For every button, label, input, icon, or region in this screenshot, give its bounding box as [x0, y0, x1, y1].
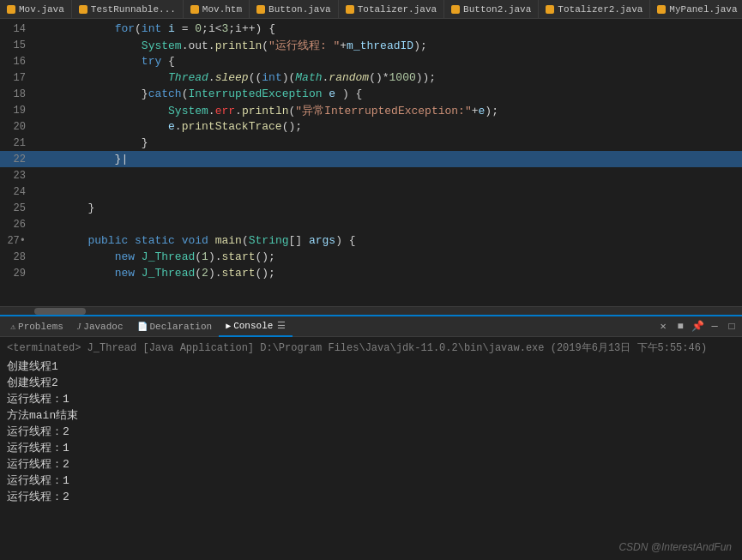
code-line-28: 28 new J_Thread(1).start();	[0, 249, 742, 265]
console-actions: ✕ ■ 📌 — □	[656, 320, 739, 334]
code-line-23: 23	[0, 167, 742, 184]
tab-icon-java5	[451, 5, 460, 14]
code-line-26: 26	[0, 216, 742, 232]
tab-icon-htm	[190, 5, 199, 14]
tab-console[interactable]: ▶ Console ☰	[219, 316, 293, 337]
code-line-24: 24	[0, 184, 742, 200]
console-header: <terminated> J_Thread [Java Application]…	[7, 340, 735, 355]
tab-javadoc[interactable]: J Javadoc	[70, 316, 130, 337]
horizontal-scrollbar[interactable]	[0, 306, 742, 315]
tab-bar: Mov.java TestRunnable... Mov.htm Button.…	[0, 0, 742, 19]
console-line-4: 方法main结束	[7, 407, 735, 424]
console-line-7: 运行线程：2	[7, 456, 735, 473]
tab-icon-java3	[256, 5, 265, 14]
tab-mov-htm[interactable]: Mov.htm	[184, 0, 250, 19]
stop-button[interactable]: ■	[673, 320, 687, 334]
tab-totalizer2[interactable]: Totalizer2.java	[539, 0, 650, 19]
declaration-icon: 📄	[137, 322, 148, 332]
editor-container: Mov.java TestRunnable... Mov.htm Button.…	[0, 0, 742, 560]
tab-totalizer[interactable]: Totalizer.java	[339, 0, 444, 19]
tab-button-java[interactable]: Button.java	[250, 0, 339, 19]
problems-icon: ⚠	[10, 322, 15, 332]
tab-testrunnable[interactable]: TestRunnable...	[72, 0, 184, 19]
tab-icon-java7	[657, 5, 666, 14]
console-line-8: 运行线程：1	[7, 473, 735, 489]
code-editor[interactable]: 14 for(int i = 0;i<3;i++) { 15 System.ou…	[0, 19, 742, 306]
bottom-tab-bar: ⚠ Problems J Javadoc 📄 Declaration ▶ Con…	[0, 316, 742, 337]
tab-mypanel[interactable]: MyPanel.java	[650, 0, 742, 19]
tab-button2[interactable]: Button2.java	[444, 0, 539, 19]
console-line-5: 运行线程：2	[7, 424, 735, 440]
watermark: CSDN @InterestAndFun	[618, 541, 732, 553]
clear-console-button[interactable]: ✕	[656, 320, 670, 334]
code-line-14: 14 for(int i = 0;i<3;i++) {	[0, 21, 742, 37]
code-line-29: 29 new J_Thread(2).start();	[0, 265, 742, 281]
tab-declaration[interactable]: 📄 Declaration	[130, 316, 220, 337]
code-line-17: 17 Thread.sleep((int)(Math.random()*1000…	[0, 69, 742, 86]
console-output: <terminated> J_Thread [Java Application]…	[0, 337, 742, 555]
code-line-16: 16 try {	[0, 53, 742, 69]
tab-problems[interactable]: ⚠ Problems	[3, 316, 70, 337]
minimize-button[interactable]: —	[708, 320, 721, 334]
code-line-18: 18 }catch(InterruptedException e ) {	[0, 86, 742, 102]
console-line-3: 运行线程：1	[7, 391, 735, 407]
code-line-25: 25 }	[0, 200, 742, 216]
pin-button[interactable]: 📌	[691, 320, 704, 334]
tab-icon-java2	[79, 5, 87, 14]
console-line-9: 运行线程：2	[7, 489, 735, 505]
maximize-button[interactable]: □	[725, 320, 739, 334]
code-line-19: 19 System.err.println("异常InterruptedExce…	[0, 102, 742, 118]
code-line-22: 22 }|	[0, 151, 742, 167]
bottom-panel: ⚠ Problems J Javadoc 📄 Declaration ▶ Con…	[0, 315, 742, 555]
tab-icon-java4	[346, 5, 354, 14]
javadoc-icon: J	[77, 322, 81, 331]
console-line-1: 创建线程1	[7, 358, 735, 375]
code-lines: 14 for(int i = 0;i<3;i++) { 15 System.ou…	[0, 19, 742, 283]
console-line-2: 创建线程2	[7, 375, 735, 391]
tab-mov-java[interactable]: Mov.java	[0, 0, 72, 19]
console-icon: ▶	[226, 321, 231, 331]
code-line-21: 21 }	[0, 135, 742, 151]
code-line-20: 20 e.printStackTrace();	[0, 118, 742, 135]
tab-icon-java6	[546, 5, 554, 14]
tab-icon-java	[7, 5, 15, 14]
console-line-6: 运行线程：1	[7, 440, 735, 456]
code-line-27: 27• public static void main(String[] arg…	[0, 232, 742, 249]
code-line-15: 15 System.out.println("运行线程: "+m_threadI…	[0, 37, 742, 53]
